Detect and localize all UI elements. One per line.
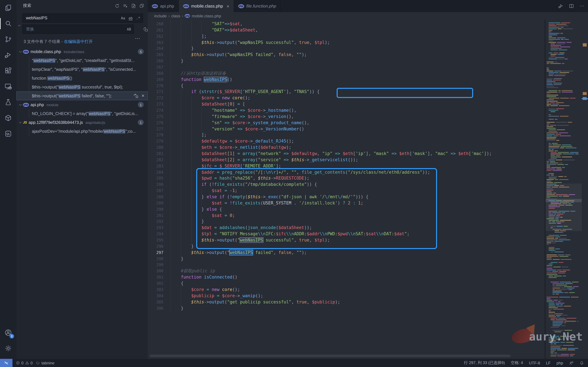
notifications-bell-icon[interactable] bbox=[579, 361, 584, 365]
code-line[interactable]: ]; bbox=[171, 33, 492, 40]
new-search-editor-icon[interactable] bbox=[131, 3, 136, 8]
search-result-file[interactable]: JSapp.12f8f79ef32638b94473.jswap/static/… bbox=[17, 118, 148, 127]
code-line[interactable]: } else if (!empty($this->_exec("df-json … bbox=[171, 194, 492, 200]
debug-icon-action[interactable] bbox=[558, 3, 564, 9]
code-line[interactable]: $sat = !file_exists(USER_SYSTEM . '/inst… bbox=[171, 200, 492, 206]
code-line[interactable]: $this->output("wapNasIPS successful", tr… bbox=[171, 40, 492, 46]
code-line[interactable]: $pwd = hash("sha256", $this->REQUESTCODE… bbox=[171, 175, 492, 182]
dismiss-match-icon[interactable]: × bbox=[141, 93, 144, 99]
more-icon-action[interactable] bbox=[579, 3, 585, 9]
code-line[interactable]: $dataSheet[1] = array("network" => $defa… bbox=[171, 151, 492, 157]
remote-indicator[interactable]: >< bbox=[0, 359, 12, 367]
code-line[interactable]: "DAT"=>$dataSheet, bbox=[171, 27, 492, 33]
code-line[interactable]: "ADDR"=>$addr, bbox=[171, 20, 492, 21]
status-encoding[interactable]: UTF-8 bbox=[529, 361, 540, 365]
code-line[interactable]: $this->output("wapNasIPS failed", false,… bbox=[171, 52, 492, 58]
code-line[interactable]: if (strstr($_SERVER['HTTP_USER_AGENT'], … bbox=[171, 89, 492, 95]
breadcrumb-item[interactable]: include bbox=[154, 14, 167, 18]
code-line[interactable]: $sat = 0; bbox=[171, 212, 492, 219]
code-line[interactable]: } else { bbox=[171, 206, 492, 213]
tab-api.php[interactable]: phpapi.php bbox=[148, 0, 179, 12]
replace-match-icon[interactable] bbox=[133, 93, 139, 99]
status-language-mode[interactable]: php bbox=[556, 361, 563, 365]
code-line[interactable]: } bbox=[171, 46, 492, 52]
tab-mobile.class.php[interactable]: phpmobile.class.php× bbox=[179, 0, 234, 12]
activity-item-source-control[interactable] bbox=[0, 32, 17, 47]
code-line[interactable]: $sat = -1; bbox=[171, 188, 492, 194]
toggle-replace-chevron-icon[interactable] bbox=[17, 23, 22, 28]
code-line[interactable]: $this->output("webNasIPS successful", tr… bbox=[171, 237, 492, 243]
activity-item-packages[interactable] bbox=[0, 110, 17, 126]
code-line[interactable]: } bbox=[171, 58, 492, 64]
breadcrumb-file[interactable]: mobile.class.php bbox=[192, 14, 221, 18]
search-match-row[interactable]: $this->output("webNasIPS failed", false,… bbox=[17, 92, 148, 100]
chevron-down-icon[interactable] bbox=[18, 120, 23, 125]
open-in-editor-link[interactable]: 在编辑器中打开 bbox=[64, 39, 93, 44]
split-icon-action[interactable] bbox=[569, 3, 574, 9]
activity-item-settings[interactable] bbox=[0, 341, 17, 356]
code-line[interactable]: if (!file_exists("/tmp/databack/complete… bbox=[171, 182, 492, 188]
code-line[interactable]: { bbox=[171, 281, 492, 287]
open-editors-icon[interactable] bbox=[139, 3, 144, 8]
code-line[interactable]: $eth = $core->_netlist($defaultgw); bbox=[171, 144, 492, 151]
status-indentation[interactable]: 空格: 4 bbox=[511, 360, 523, 366]
search-match-row[interactable]: tempClear", "wapNasIPS", "webNasIPS", "i… bbox=[17, 65, 148, 74]
code-lines[interactable]: "ADDR"=>$addr,"SAT"=>$sat,"DAT"=>$dataSh… bbox=[171, 20, 492, 311]
code-line[interactable] bbox=[171, 262, 492, 268]
chevron-down-icon[interactable] bbox=[18, 49, 23, 54]
activity-item-remote-explorer[interactable] bbox=[0, 79, 17, 94]
code-line[interactable]: $core = new core(); bbox=[171, 287, 492, 293]
activity-item-account[interactable]: 1 bbox=[0, 325, 17, 341]
code-line[interactable]: #获取public ip bbox=[171, 268, 492, 275]
code-line[interactable]: "firmware" => $core->_version(), bbox=[171, 114, 492, 120]
code-line[interactable]: "hostname" => $core->_hostname(), bbox=[171, 108, 492, 114]
code-line[interactable]: $defaultgw = $core->_default_RJ45(); bbox=[171, 138, 492, 145]
code-line[interactable]: function webNasIPS() bbox=[171, 76, 492, 83]
code-line[interactable]: ]; bbox=[171, 132, 492, 138]
horizontal-scrollbar[interactable] bbox=[150, 355, 510, 357]
code-line[interactable]: $dataSheet[2] = array("service" => $this… bbox=[171, 157, 492, 163]
code-line[interactable]: //从http添加远程设备 bbox=[171, 70, 492, 77]
search-option-whole-word[interactable]: ab bbox=[128, 15, 134, 21]
tab-file.function.php[interactable]: phpfile.function.php bbox=[234, 0, 281, 12]
search-result-file[interactable]: phpapi.phpmodule1 bbox=[17, 100, 148, 109]
search-result-file[interactable]: phpmobile.class.phpinclude/class5 bbox=[17, 47, 148, 56]
code-line[interactable]: function isConnected() bbox=[171, 274, 492, 281]
code-line[interactable]: { bbox=[171, 83, 492, 89]
chevron-down-icon[interactable] bbox=[18, 102, 23, 107]
status-eol[interactable]: LF bbox=[546, 361, 551, 365]
code-line[interactable]: $addr = preg_replace("/[:\n\r]+/", "", f… bbox=[171, 169, 492, 175]
activity-item-explorer[interactable] bbox=[0, 0, 17, 16]
overview-ruler[interactable] bbox=[582, 20, 588, 359]
activity-item-run-debug[interactable] bbox=[0, 47, 17, 63]
activity-item-extensions[interactable] bbox=[0, 63, 17, 79]
breadcrumb-item[interactable]: class bbox=[171, 14, 180, 18]
replace-option-preserve-case[interactable]: AB bbox=[126, 26, 132, 32]
search-match-row[interactable]: ajaxPostDev+"/module/api.php?mobile/webN… bbox=[17, 127, 148, 136]
breadcrumb[interactable]: include›class›phpmobile.class.php bbox=[148, 12, 588, 20]
replace-all-icon[interactable] bbox=[142, 26, 148, 33]
search-match-row[interactable]: function webNasIPS() bbox=[17, 74, 148, 83]
close-tab-icon[interactable]: × bbox=[226, 3, 229, 9]
code-line[interactable]: $core = new core(); bbox=[171, 95, 492, 101]
code-line[interactable]: } bbox=[171, 305, 492, 311]
code-line[interactable] bbox=[171, 64, 492, 70]
code-line[interactable]: $tpl = "NOTIFY Message\\nIFC:$ifc\\nADDR… bbox=[171, 231, 492, 237]
status-cursor-position[interactable]: 行 297, 列 33 (已选择9) bbox=[464, 360, 505, 366]
refresh-icon[interactable] bbox=[114, 3, 120, 8]
code-line[interactable]: "version" => $core->_VersionNumber() bbox=[171, 126, 492, 132]
problems-status[interactable]: 0 0 bbox=[16, 361, 33, 365]
activity-item-testing[interactable] bbox=[0, 94, 17, 110]
code-line[interactable]: $ifc = $_SERVER['REMOTE_ADDR']; bbox=[171, 163, 492, 169]
minimap-slider[interactable] bbox=[546, 184, 582, 231]
code-line[interactable]: $this->output("webNasIPS failed", false,… bbox=[171, 250, 492, 256]
code-line[interactable]: } bbox=[171, 219, 492, 225]
toggle-search-details-button[interactable]: ··· bbox=[135, 36, 140, 41]
search-match-row[interactable]: NO_LOGIN_CHECK'] = array("webNasIPS", "g… bbox=[17, 109, 148, 118]
code-line[interactable]: "sn" => $core->_system_product_name(), bbox=[171, 120, 492, 126]
feedback-icon[interactable] bbox=[569, 361, 574, 365]
tabnine-status[interactable]: tabnine bbox=[36, 361, 54, 365]
search-match-row[interactable]: $this->output("webNasIPS successful", tr… bbox=[17, 83, 148, 92]
search-option-regex[interactable]: .* bbox=[135, 15, 141, 21]
code-line[interactable]: $this->output("get publicip successful",… bbox=[171, 299, 492, 305]
